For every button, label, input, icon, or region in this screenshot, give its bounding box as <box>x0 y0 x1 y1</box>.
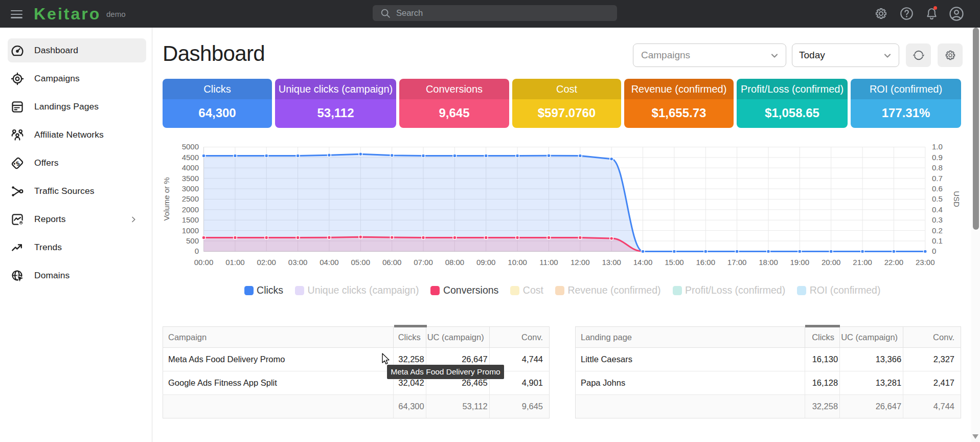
svg-text:04:00: 04:00 <box>320 258 339 267</box>
svg-text:02:00: 02:00 <box>257 258 276 267</box>
svg-text:15:00: 15:00 <box>665 258 684 267</box>
svg-text:22:00: 22:00 <box>884 258 904 267</box>
svg-text:0.1: 0.1 <box>932 236 943 245</box>
svg-text:0.2: 0.2 <box>932 226 943 235</box>
svg-text:4000: 4000 <box>182 163 199 172</box>
svg-text:Volume or %: Volume or % <box>162 177 171 220</box>
svg-text:05:00: 05:00 <box>351 258 371 267</box>
svg-text:23:00: 23:00 <box>916 258 935 267</box>
svg-text:5000: 5000 <box>182 142 199 151</box>
svg-text:16:00: 16:00 <box>696 258 716 267</box>
svg-text:17:00: 17:00 <box>727 258 747 267</box>
svg-text:0.8: 0.8 <box>932 163 943 172</box>
svg-text:01:00: 01:00 <box>225 258 245 267</box>
svg-text:1.0: 1.0 <box>932 142 943 151</box>
svg-text:21:00: 21:00 <box>853 258 872 267</box>
svg-text:3500: 3500 <box>182 174 199 183</box>
svg-text:0.7: 0.7 <box>932 174 943 183</box>
svg-text:18:00: 18:00 <box>759 258 778 267</box>
svg-text:2000: 2000 <box>182 205 199 214</box>
svg-text:3000: 3000 <box>182 184 199 193</box>
svg-text:$: $ <box>15 159 21 167</box>
svg-text:0.4: 0.4 <box>932 205 943 214</box>
svg-text:03:00: 03:00 <box>288 258 308 267</box>
svg-text:0.5: 0.5 <box>932 194 943 203</box>
svg-text:12:00: 12:00 <box>571 258 590 267</box>
svg-text:06:00: 06:00 <box>382 258 402 267</box>
svg-text:1500: 1500 <box>182 215 199 224</box>
svg-text:0: 0 <box>932 247 936 255</box>
svg-text:00:00: 00:00 <box>194 258 214 267</box>
svg-text:20:00: 20:00 <box>822 258 841 267</box>
svg-text:08:00: 08:00 <box>445 258 465 267</box>
svg-text:11:00: 11:00 <box>539 258 558 267</box>
svg-text:13:00: 13:00 <box>602 258 621 267</box>
svg-text:19:00: 19:00 <box>790 258 810 267</box>
svg-text:2500: 2500 <box>182 194 199 203</box>
svg-text:USD: USD <box>952 191 961 207</box>
svg-text:0.3: 0.3 <box>932 215 943 224</box>
svg-text:0.6: 0.6 <box>932 184 943 193</box>
svg-text:500: 500 <box>186 236 199 245</box>
svg-text:0: 0 <box>195 247 199 255</box>
svg-text:1000: 1000 <box>182 226 199 235</box>
svg-text:0.9: 0.9 <box>932 153 943 162</box>
svg-text:4500: 4500 <box>182 153 199 162</box>
svg-text:14:00: 14:00 <box>633 258 653 267</box>
svg-text:09:00: 09:00 <box>476 258 496 267</box>
svg-text:07:00: 07:00 <box>414 258 433 267</box>
svg-text:10:00: 10:00 <box>508 258 527 267</box>
